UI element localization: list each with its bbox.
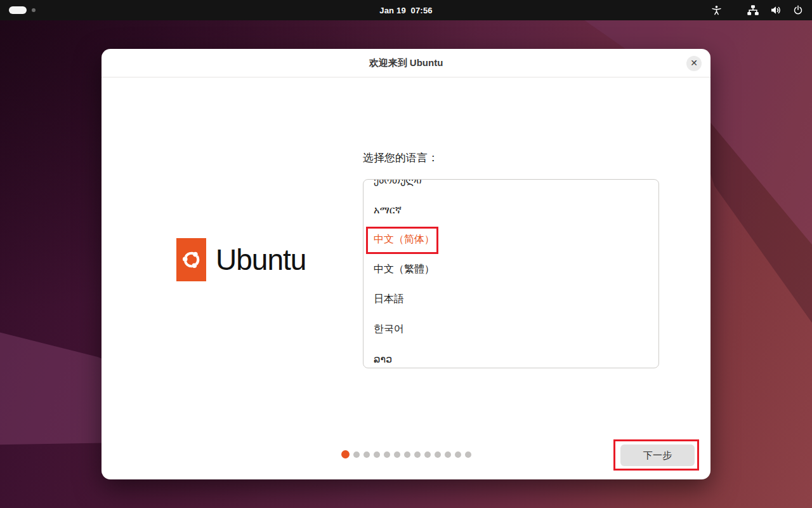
- system-tray[interactable]: [711, 0, 803, 20]
- language-option[interactable]: 한국어: [363, 314, 658, 344]
- language-option-label: አማርኛ: [374, 204, 402, 216]
- page-dot: [363, 451, 370, 458]
- ubuntu-wordmark: Ubuntu: [216, 243, 306, 277]
- volume-icon[interactable]: [770, 5, 782, 15]
- language-option-label: ລາວ: [374, 353, 392, 365]
- close-button[interactable]: ✕: [686, 56, 702, 71]
- language-list[interactable]: ქართულიአማርኛ中文（简体）中文（繁體）日本語한국어ລາວ: [363, 179, 659, 368]
- network-wired-icon[interactable]: [747, 5, 759, 15]
- window-header: 欢迎来到 Ubuntu ✕: [102, 49, 710, 77]
- screen: Jan 19 07:56: [0, 0, 812, 508]
- annotation-box-selected-language: [366, 227, 438, 254]
- language-option-label: ქართული: [374, 179, 422, 186]
- annotation-box-next-button: [613, 439, 699, 471]
- page-dot-active: [341, 450, 350, 458]
- page-dot: [465, 451, 471, 458]
- page-dot: [455, 451, 461, 458]
- ubuntu-logo-tile: [176, 238, 206, 281]
- page-dot: [445, 451, 451, 458]
- page-dot: [424, 451, 431, 458]
- language-option[interactable]: 日本語: [363, 284, 658, 314]
- accessibility-icon[interactable]: [711, 5, 722, 16]
- top-bar: Jan 19 07:56: [0, 0, 812, 20]
- language-option-label: 中文（繁體）: [374, 263, 435, 276]
- page-dot: [353, 451, 360, 458]
- page-dot: [414, 451, 421, 458]
- window-title: 欢迎来到 Ubuntu: [369, 57, 443, 69]
- power-icon[interactable]: [793, 5, 803, 15]
- language-prompt: 选择您的语言：: [363, 150, 438, 165]
- page-dot: [384, 451, 390, 458]
- page-dot: [435, 451, 441, 458]
- language-option[interactable]: 中文（繁體）: [363, 255, 658, 284]
- language-option-label: 한국어: [374, 323, 404, 336]
- clock[interactable]: Jan 19 07:56: [0, 6, 812, 15]
- ubuntu-logo: Ubuntu: [176, 238, 306, 281]
- page-dot: [374, 451, 380, 458]
- circle-of-friends-icon: [180, 248, 204, 272]
- page-dot: [404, 451, 410, 458]
- close-icon: ✕: [690, 58, 698, 67]
- page-dot: [394, 451, 400, 458]
- welcome-window: 欢迎来到 Ubuntu ✕ Ubuntu 选择您的语言： ქართულიአማርኛ…: [102, 49, 710, 479]
- language-option[interactable]: አማርኛ: [363, 195, 658, 225]
- language-option-label: 日本語: [374, 293, 404, 306]
- language-option[interactable]: ქართული: [363, 179, 658, 195]
- language-option[interactable]: ລາວ: [363, 344, 658, 368]
